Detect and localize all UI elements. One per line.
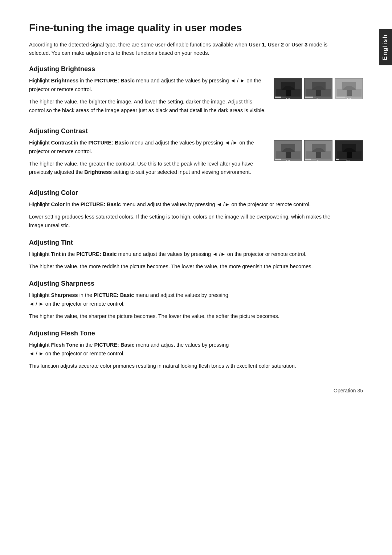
tint-para-2: The higher the value, the more reddish t… (29, 262, 341, 271)
svg-rect-17 (347, 90, 352, 96)
brightness-para-1: Highlight Brightness in the PICTURE: Bas… (29, 77, 266, 94)
contrast-image-1: +30 (274, 140, 302, 161)
brightness-para-2: The higher the value, the brighter the i… (29, 98, 266, 115)
svg-rect-33 (305, 159, 311, 160)
page-footer: Operation 35 (334, 388, 363, 393)
section-color: Adjusting Color Highlight Color in the P… (29, 189, 363, 230)
section-tint: Adjusting Tint Highlight Tint in the PIC… (29, 239, 363, 271)
svg-text:+30: +30 (286, 97, 290, 99)
tint-para-1: Highlight Tint in the PICTURE: Basic men… (29, 250, 341, 259)
svg-text:-30: -30 (346, 159, 350, 161)
svg-rect-5 (275, 97, 281, 98)
svg-rect-38 (347, 152, 352, 158)
contrast-para-2: The higher the value, the greater the co… (29, 160, 266, 177)
section-heading-brightness: Adjusting Brightness (29, 65, 363, 73)
section-heading-flesh-tone: Adjusting Flesh Tone (29, 330, 363, 337)
intro-paragraph: According to the detected signal type, t… (29, 41, 341, 57)
section-heading-contrast: Adjusting Contrast (29, 127, 363, 135)
flesh-tone-para-2: This function adjusts accurate color pri… (29, 362, 341, 371)
section-heading-sharpness: Adjusting Sharpness (29, 280, 363, 287)
section-sharpness: Adjusting Sharpness Highlight Sharpness … (29, 280, 363, 321)
section-text-contrast: Highlight Contrast in the PICTURE: Basic… (29, 139, 266, 181)
svg-rect-10 (316, 90, 321, 96)
contrast-para-1: Highlight Contrast in the PICTURE: Basic… (29, 139, 266, 156)
svg-rect-24 (286, 152, 291, 158)
sharpness-para-2: The higher the value, the sharper the pi… (29, 312, 341, 321)
section-brightness: Adjusting Brightness Highlight Brightnes… (29, 65, 363, 119)
brightness-image-2: +50 (304, 78, 332, 99)
svg-rect-26 (275, 159, 281, 160)
svg-text:+30: +30 (286, 159, 290, 161)
contrast-image-3: -30 (335, 140, 363, 161)
color-para-1: Highlight Color in the PICTURE: Basic me… (29, 200, 341, 209)
flesh-tone-para-1: Highlight Flesh Tone in the PICTURE: Bas… (29, 341, 341, 358)
side-tab-english: English (379, 29, 392, 65)
svg-rect-40 (336, 159, 339, 160)
brightness-images: +30 +50 (274, 78, 363, 99)
svg-rect-12 (305, 97, 313, 98)
color-para-2: Lower setting produces less saturated co… (29, 213, 341, 230)
section-contrast: Adjusting Contrast Highlight Contrast in… (29, 127, 363, 181)
brightness-image-3: +70 (335, 78, 363, 99)
svg-text:+50: +50 (317, 97, 320, 99)
section-text-brightness: Highlight Brightness in the PICTURE: Bas… (29, 77, 266, 119)
section-heading-tint: Adjusting Tint (29, 239, 363, 246)
svg-rect-3 (286, 90, 291, 96)
brightness-image-1: +30 (274, 78, 302, 99)
contrast-image-2: 0 (304, 140, 332, 161)
contrast-images: +30 0 (274, 140, 363, 161)
sharpness-para-1: Highlight Sharpness in the PICTURE: Basi… (29, 291, 341, 309)
svg-rect-19 (336, 97, 345, 98)
section-heading-color: Adjusting Color (29, 189, 363, 197)
page-container: English Fine-tuning the image quality in… (0, 0, 392, 408)
svg-text:+70: +70 (347, 97, 351, 99)
page-title: Fine-tuning the image quality in user mo… (29, 22, 363, 34)
section-flesh-tone: Adjusting Flesh Tone Highlight Flesh Ton… (29, 330, 363, 371)
svg-rect-31 (316, 152, 321, 158)
